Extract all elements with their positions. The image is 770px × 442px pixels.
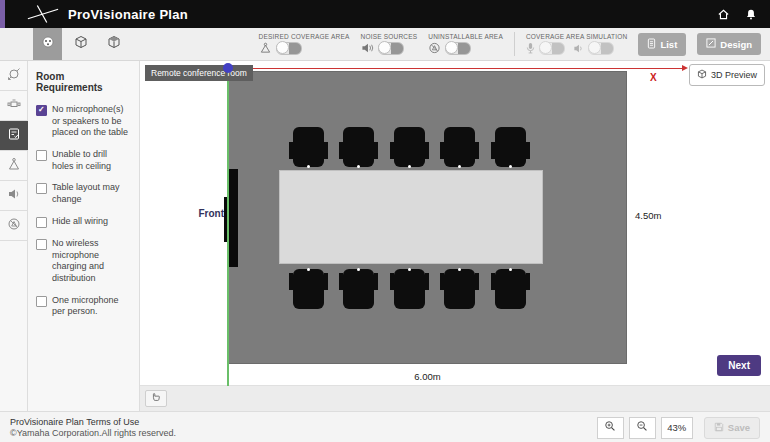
requirement-label: One microphone per person. [52, 295, 131, 318]
chair-anchor-dot [458, 268, 461, 271]
requirement-item[interactable]: Unable to drill holes in ceiling [36, 149, 131, 172]
chair[interactable] [343, 127, 374, 167]
origin-point[interactable] [223, 63, 233, 73]
toggle-label: UNINSTALLABLE AREA [428, 33, 503, 40]
toggle-group-desired-coverage: DESIRED COVERAGE AREA [259, 33, 350, 56]
requirement-item[interactable]: Hide all wiring [36, 216, 131, 228]
toggle-label: NOISE SOURCES [361, 33, 418, 40]
checkbox[interactable] [36, 150, 47, 161]
list-icon [647, 38, 656, 51]
zoom-level-display: 43% [661, 417, 693, 439]
yamaha-logo-icon [26, 3, 60, 25]
chair-anchor-dot [357, 165, 360, 168]
next-button[interactable]: Next [717, 355, 761, 376]
toolbar-divider [514, 32, 515, 56]
chair[interactable] [394, 269, 425, 309]
chair[interactable] [394, 127, 425, 167]
save-button-label: Save [728, 422, 750, 433]
front-display[interactable] [229, 169, 238, 267]
checkbox[interactable] [36, 217, 47, 228]
chair-anchor-dot [357, 268, 360, 271]
chair[interactable] [495, 127, 526, 167]
conference-table[interactable] [279, 170, 543, 264]
toolbar-controls: DESIRED COVERAGE AREA NOISE SOURCES [259, 28, 761, 60]
simulation-speaker-toggle[interactable] [588, 42, 614, 55]
checkbox[interactable] [36, 105, 47, 116]
requirement-label: No microphone(s) or speakers to be place… [52, 104, 131, 139]
room-width-dimension: 6.00m [228, 371, 627, 382]
toggle-label: DESIRED COVERAGE AREA [259, 33, 350, 40]
panel-title: Room Requirements [36, 71, 131, 93]
uninstallable-area-toggle[interactable] [445, 42, 471, 55]
home-icon[interactable] [717, 8, 730, 21]
floor-plan-canvas[interactable]: Remote conference room X Front 4.50m 6.0… [140, 61, 770, 385]
room-requirements-panel: Room Requirements No microphone(s) or sp… [28, 61, 140, 411]
list-button[interactable]: List [638, 33, 686, 56]
requirement-item[interactable]: No wireless microphone charging and dist… [36, 238, 131, 285]
room[interactable] [228, 71, 627, 364]
tab-cube-view[interactable] [66, 28, 95, 60]
toggle-group-noise-sources: NOISE SOURCES [361, 33, 418, 56]
simulation-mic-toggle[interactable] [539, 42, 565, 55]
bell-icon[interactable] [745, 8, 757, 21]
chair-anchor-dot [307, 268, 310, 271]
noise-sources-toggle[interactable] [378, 42, 404, 55]
chair-anchor-dot [509, 268, 512, 271]
chair[interactable] [293, 269, 324, 309]
chair[interactable] [444, 269, 475, 309]
coverage-area-icon [7, 157, 21, 175]
sidebar-item-uninstallable[interactable] [0, 211, 28, 241]
checkbox[interactable] [36, 239, 47, 250]
chair[interactable] [343, 269, 374, 309]
status-bar: ProVisionaire Plan Terms of Use ©Yamaha … [0, 411, 770, 442]
design-button[interactable]: Design [697, 33, 761, 55]
app-window: ProVisionaire Plan [0, 0, 770, 442]
design-button-label: Design [720, 39, 752, 50]
requirement-label: Unable to drill holes in ceiling [52, 149, 131, 172]
toggle-group-uninstallable: UNINSTALLABLE AREA [428, 33, 503, 56]
preview-3d-button[interactable]: 3D Preview [689, 64, 765, 86]
chair-anchor-dot [307, 165, 310, 168]
zoom-out-button[interactable] [629, 417, 656, 439]
design-icon [706, 38, 716, 50]
sidebar-item-requirements[interactable] [0, 121, 28, 151]
tab-cube-grid-view[interactable] [99, 28, 128, 60]
desired-coverage-toggle[interactable] [276, 42, 302, 55]
chair-anchor-dot [408, 268, 411, 271]
zoom-in-button[interactable] [597, 417, 624, 439]
view-tabs [33, 28, 128, 60]
requirement-item[interactable]: Table layout may change [36, 182, 131, 205]
front-label: Front [184, 208, 224, 219]
requirement-item[interactable]: No microphone(s) or speakers to be place… [36, 104, 131, 139]
tab-sphere-view[interactable] [33, 28, 62, 60]
save-button[interactable]: Save [704, 417, 760, 439]
sphere-view-icon [41, 35, 55, 53]
terms-of-use-link[interactable]: ProVisionaire Plan Terms of Use [10, 417, 176, 427]
pan-hand-button[interactable] [145, 390, 167, 407]
room-3d-icon [7, 67, 21, 85]
top-bar: ProVisionaire Plan [0, 0, 770, 28]
requirements-list: No microphone(s) or speakers to be place… [36, 104, 131, 318]
checkbox[interactable] [36, 296, 47, 307]
coverage-area-icon [259, 40, 272, 58]
requirements-checklist-icon [7, 127, 21, 145]
uninstallable-area-icon [428, 40, 441, 58]
sidebar-item-furniture[interactable] [0, 91, 28, 121]
chair[interactable] [293, 127, 324, 167]
requirement-item[interactable]: One microphone per person. [36, 295, 131, 318]
requirement-label: No wireless microphone charging and dist… [52, 238, 131, 285]
checkbox[interactable] [36, 183, 47, 194]
chair-anchor-dot [458, 165, 461, 168]
x-axis-line [228, 68, 686, 69]
cube-view-icon [74, 35, 88, 53]
sidebar-item-room[interactable] [0, 61, 28, 91]
noise-source-icon [361, 40, 374, 58]
noise-source-icon [7, 187, 21, 205]
furniture-icon [7, 97, 21, 115]
workspace: Remote conference room X Front 4.50m 6.0… [140, 61, 770, 411]
sidebar-item-noise[interactable] [0, 181, 28, 211]
chair-anchor-dot [509, 165, 512, 168]
chair[interactable] [444, 127, 475, 167]
chair[interactable] [495, 269, 526, 309]
sidebar-item-coverage[interactable] [0, 151, 28, 181]
